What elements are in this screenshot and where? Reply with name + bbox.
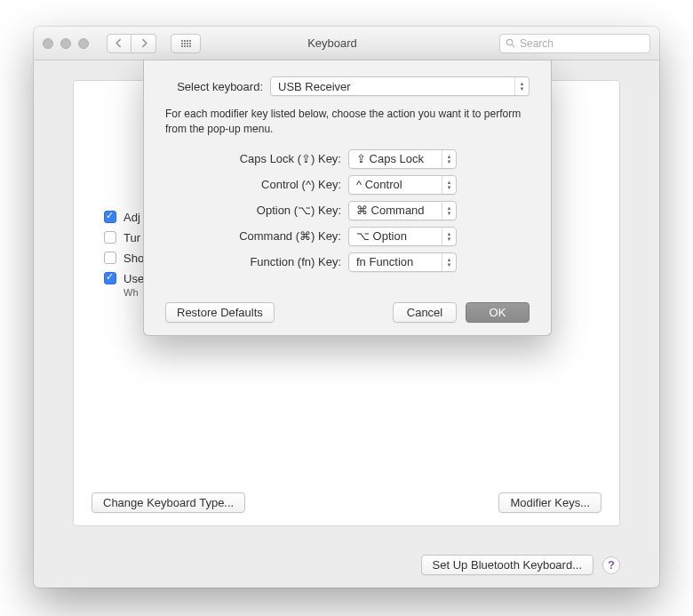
option-label: Tur bbox=[123, 231, 140, 244]
nav-segmented bbox=[107, 34, 156, 53]
option-adjust[interactable]: Adj bbox=[104, 211, 144, 224]
row-function: Function (fn) Key: fn Function ▲▼ bbox=[197, 252, 530, 272]
chevron-left-icon bbox=[115, 38, 124, 48]
restore-defaults-button[interactable]: Restore Defaults bbox=[165, 302, 275, 323]
titlebar: Keyboard Search bbox=[34, 27, 659, 60]
footer: Set Up Bluetooth Keyboard... ? bbox=[421, 555, 620, 575]
cancel-button[interactable]: Cancel bbox=[393, 302, 457, 323]
popup-value: ⌥ Option bbox=[356, 229, 442, 243]
chevron-right-icon bbox=[139, 38, 148, 48]
row-label: Function (fn) Key: bbox=[197, 255, 341, 268]
command-popup[interactable]: ⌥ Option ▲▼ bbox=[348, 227, 457, 246]
option-label: Adj bbox=[123, 211, 140, 224]
option-popup[interactable]: ⌘ Command ▲▼ bbox=[348, 201, 457, 220]
checkbox-icon[interactable] bbox=[104, 272, 116, 284]
modifier-keys-button[interactable]: Modifier Keys... bbox=[498, 492, 601, 513]
background-options: Adj Tur Sho Use Wh bbox=[104, 211, 144, 298]
search-icon bbox=[506, 38, 515, 48]
svg-point-0 bbox=[506, 39, 512, 44]
popup-value: ⇪ Caps Lock bbox=[356, 152, 442, 165]
change-keyboard-type-button[interactable]: Change Keyboard Type... bbox=[92, 492, 245, 513]
prefs-window: Keyboard Search Adj Tur Sho Use Wh bbox=[34, 27, 659, 588]
search-field[interactable]: Search bbox=[499, 34, 650, 53]
help-button[interactable]: ? bbox=[602, 556, 620, 574]
popup-value: ^ Control bbox=[356, 178, 442, 191]
option-label: Use bbox=[123, 272, 144, 285]
option-label: Sho bbox=[123, 252, 144, 265]
select-keyboard-value: USB Receiver bbox=[278, 80, 514, 93]
back-button[interactable] bbox=[107, 34, 131, 53]
popup-arrows-icon: ▲▼ bbox=[514, 77, 529, 95]
popup-arrows-icon: ▲▼ bbox=[442, 176, 456, 194]
forward-button[interactable] bbox=[131, 34, 156, 53]
caps-lock-popup[interactable]: ⇪ Caps Lock ▲▼ bbox=[348, 149, 457, 169]
setup-bluetooth-button[interactable]: Set Up Bluetooth Keyboard... bbox=[421, 555, 593, 575]
function-popup[interactable]: fn Function ▲▼ bbox=[348, 252, 457, 272]
sheet-instructions: For each modifier key listed below, choo… bbox=[165, 107, 530, 137]
popup-arrows-icon: ▲▼ bbox=[442, 253, 456, 271]
option-turn[interactable]: Tur bbox=[104, 231, 144, 244]
checkbox-icon[interactable] bbox=[104, 211, 116, 223]
popup-value: fn Function bbox=[356, 255, 442, 268]
popup-arrows-icon: ▲▼ bbox=[442, 228, 456, 245]
select-keyboard-popup[interactable]: USB Receiver ▲▼ bbox=[270, 76, 530, 96]
select-keyboard-label: Select keyboard: bbox=[165, 80, 263, 93]
checkbox-icon[interactable] bbox=[104, 231, 116, 244]
ok-button[interactable]: OK bbox=[466, 302, 530, 323]
modifier-keys-sheet: Select keyboard: USB Receiver ▲▼ For eac… bbox=[143, 60, 552, 336]
popup-arrows-icon: ▲▼ bbox=[442, 150, 456, 168]
zoom-light[interactable] bbox=[78, 38, 89, 49]
row-caps-lock: Caps Lock (⇪) Key: ⇪ Caps Lock ▲▼ bbox=[197, 149, 530, 169]
row-command: Command (⌘) Key: ⌥ Option ▲▼ bbox=[197, 227, 530, 246]
popup-value: ⌘ Command bbox=[356, 204, 442, 217]
row-label: Caps Lock (⇪) Key: bbox=[197, 152, 341, 165]
row-label: Option (⌥) Key: bbox=[197, 204, 341, 217]
checkbox-icon[interactable] bbox=[104, 252, 116, 264]
minimize-light[interactable] bbox=[60, 38, 71, 49]
row-label: Control (^) Key: bbox=[197, 178, 341, 191]
popup-arrows-icon: ▲▼ bbox=[442, 202, 456, 220]
window-title: Keyboard bbox=[172, 36, 492, 50]
close-light[interactable] bbox=[43, 38, 53, 49]
option-show[interactable]: Sho bbox=[104, 252, 144, 265]
control-popup[interactable]: ^ Control ▲▼ bbox=[348, 175, 457, 195]
row-option: Option (⌥) Key: ⌘ Command ▲▼ bbox=[197, 201, 530, 220]
option-use-subtext: Wh bbox=[123, 287, 144, 298]
sheet-footer: Restore Defaults Cancel OK bbox=[165, 302, 530, 323]
search-placeholder: Search bbox=[520, 37, 554, 50]
row-label: Command (⌘) Key: bbox=[197, 229, 341, 243]
traffic-lights bbox=[43, 38, 89, 49]
option-use[interactable]: Use bbox=[104, 272, 144, 285]
row-control: Control (^) Key: ^ Control ▲▼ bbox=[197, 175, 530, 195]
modifier-key-rows: Caps Lock (⇪) Key: ⇪ Caps Lock ▲▼ Contro… bbox=[197, 149, 530, 272]
svg-line-1 bbox=[512, 44, 514, 47]
